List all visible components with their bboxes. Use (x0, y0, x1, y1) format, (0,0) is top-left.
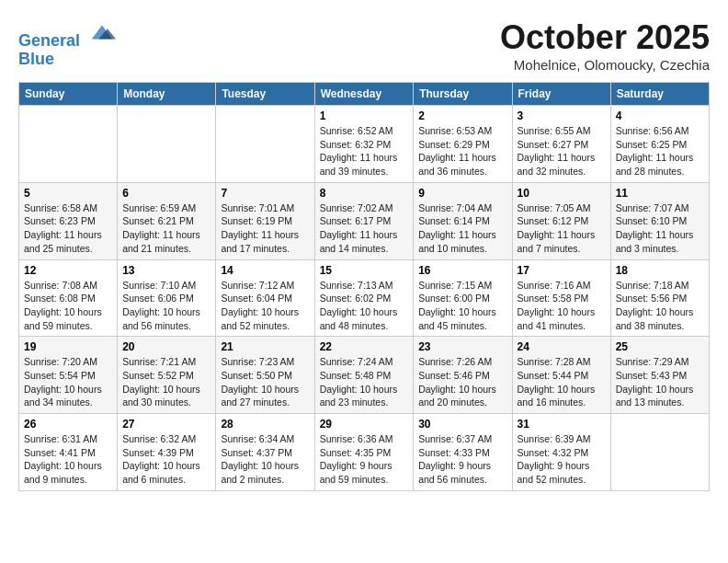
day-info: Sunrise: 6:59 AM Sunset: 6:21 PM Dayligh… (122, 201, 210, 256)
weekday-header-row: SundayMondayTuesdayWednesdayThursdayFrid… (19, 83, 710, 106)
calendar-cell: 4Sunrise: 6:56 AM Sunset: 6:25 PM Daylig… (610, 106, 709, 183)
calendar-cell (19, 106, 118, 183)
day-number: 20 (122, 340, 210, 353)
day-info: Sunrise: 7:13 AM Sunset: 6:02 PM Dayligh… (320, 279, 409, 333)
day-number: 14 (221, 264, 309, 277)
day-number: 27 (122, 418, 210, 431)
calendar-cell: 15Sunrise: 7:13 AM Sunset: 6:02 PM Dayli… (314, 259, 414, 337)
day-info: Sunrise: 7:04 AM Sunset: 6:14 PM Dayligh… (418, 201, 506, 256)
day-number: 2 (418, 109, 506, 122)
calendar-cell: 18Sunrise: 7:18 AM Sunset: 5:56 PM Dayli… (610, 259, 709, 337)
calendar-cell: 23Sunrise: 7:26 AM Sunset: 5:46 PM Dayli… (414, 337, 512, 414)
day-number: 10 (518, 187, 606, 200)
day-info: Sunrise: 6:55 AM Sunset: 6:27 PM Dayligh… (518, 124, 606, 178)
calendar-cell: 8Sunrise: 7:02 AM Sunset: 6:17 PM Daylig… (314, 182, 414, 259)
day-number: 5 (24, 187, 112, 200)
day-info: Sunrise: 6:36 AM Sunset: 4:35 PM Dayligh… (320, 432, 409, 487)
logo: General Blue (18, 18, 116, 69)
weekday-header-saturday: Saturday (610, 83, 709, 106)
day-number: 23 (418, 340, 506, 353)
day-number: 4 (616, 109, 704, 122)
day-info: Sunrise: 7:21 AM Sunset: 5:52 PM Dayligh… (122, 355, 210, 409)
day-number: 30 (418, 418, 506, 431)
day-info: Sunrise: 6:56 AM Sunset: 6:25 PM Dayligh… (616, 124, 704, 178)
day-number: 24 (518, 340, 606, 353)
day-info: Sunrise: 6:34 AM Sunset: 4:37 PM Dayligh… (221, 432, 309, 487)
day-number: 26 (24, 418, 112, 431)
calendar-cell: 9Sunrise: 7:04 AM Sunset: 6:14 PM Daylig… (414, 182, 512, 259)
day-info: Sunrise: 7:24 AM Sunset: 5:48 PM Dayligh… (320, 355, 409, 409)
weekday-header-friday: Friday (512, 83, 610, 106)
day-info: Sunrise: 6:37 AM Sunset: 4:33 PM Dayligh… (418, 432, 506, 487)
calendar-cell: 20Sunrise: 7:21 AM Sunset: 5:52 PM Dayli… (118, 337, 216, 414)
day-number: 16 (418, 264, 506, 277)
calendar-cell: 24Sunrise: 7:28 AM Sunset: 5:44 PM Dayli… (512, 337, 610, 414)
day-info: Sunrise: 6:52 AM Sunset: 6:32 PM Dayligh… (320, 124, 409, 178)
day-info: Sunrise: 6:58 AM Sunset: 6:23 PM Dayligh… (24, 201, 112, 256)
calendar-cell: 6Sunrise: 6:59 AM Sunset: 6:21 PM Daylig… (118, 182, 216, 259)
calendar-cell: 1Sunrise: 6:52 AM Sunset: 6:32 PM Daylig… (314, 106, 414, 183)
calendar-table: SundayMondayTuesdayWednesdayThursdayFrid… (18, 82, 710, 491)
day-info: Sunrise: 7:15 AM Sunset: 6:00 PM Dayligh… (418, 279, 506, 333)
day-number: 9 (418, 187, 506, 200)
week-row-3: 12Sunrise: 7:08 AM Sunset: 6:08 PM Dayli… (19, 259, 710, 337)
calendar-cell: 10Sunrise: 7:05 AM Sunset: 6:12 PM Dayli… (512, 182, 610, 259)
calendar-cell: 2Sunrise: 6:53 AM Sunset: 6:29 PM Daylig… (414, 106, 512, 183)
day-number: 3 (518, 109, 606, 122)
calendar-cell: 26Sunrise: 6:31 AM Sunset: 4:41 PM Dayli… (19, 414, 118, 491)
day-info: Sunrise: 7:07 AM Sunset: 6:10 PM Dayligh… (616, 201, 704, 256)
day-number: 15 (320, 264, 409, 277)
day-info: Sunrise: 6:53 AM Sunset: 6:29 PM Dayligh… (418, 124, 506, 178)
calendar-cell: 27Sunrise: 6:32 AM Sunset: 4:39 PM Dayli… (118, 414, 216, 491)
calendar-cell: 12Sunrise: 7:08 AM Sunset: 6:08 PM Dayli… (19, 259, 118, 337)
logo-icon (88, 18, 116, 46)
day-number: 12 (24, 264, 112, 277)
calendar-cell: 25Sunrise: 7:29 AM Sunset: 5:43 PM Dayli… (610, 337, 709, 414)
logo-blue: Blue (18, 50, 54, 68)
calendar-cell: 31Sunrise: 6:39 AM Sunset: 4:32 PM Dayli… (512, 414, 610, 491)
calendar-cell (216, 106, 314, 183)
day-info: Sunrise: 7:16 AM Sunset: 5:58 PM Dayligh… (518, 279, 606, 333)
day-info: Sunrise: 7:02 AM Sunset: 6:17 PM Dayligh… (320, 201, 409, 256)
day-number: 31 (518, 418, 606, 431)
day-info: Sunrise: 6:31 AM Sunset: 4:41 PM Dayligh… (24, 432, 112, 487)
calendar-cell: 17Sunrise: 7:16 AM Sunset: 5:58 PM Dayli… (512, 259, 610, 337)
day-info: Sunrise: 7:01 AM Sunset: 6:19 PM Dayligh… (221, 201, 309, 256)
day-info: Sunrise: 7:20 AM Sunset: 5:54 PM Dayligh… (24, 355, 112, 409)
calendar-cell: 14Sunrise: 7:12 AM Sunset: 6:04 PM Dayli… (216, 259, 314, 337)
day-info: Sunrise: 6:39 AM Sunset: 4:32 PM Dayligh… (518, 432, 606, 487)
day-number: 25 (616, 340, 704, 353)
day-info: Sunrise: 7:18 AM Sunset: 5:56 PM Dayligh… (616, 279, 704, 333)
month-title: October 2025 (500, 18, 710, 57)
day-number: 21 (221, 340, 309, 353)
day-info: Sunrise: 7:26 AM Sunset: 5:46 PM Dayligh… (418, 355, 506, 409)
weekday-header-sunday: Sunday (19, 83, 118, 106)
day-info: Sunrise: 7:28 AM Sunset: 5:44 PM Dayligh… (518, 355, 606, 409)
calendar-cell: 13Sunrise: 7:10 AM Sunset: 6:06 PM Dayli… (118, 259, 216, 337)
calendar-cell: 29Sunrise: 6:36 AM Sunset: 4:35 PM Dayli… (314, 414, 414, 491)
day-number: 28 (221, 418, 309, 431)
calendar-cell: 11Sunrise: 7:07 AM Sunset: 6:10 PM Dayli… (610, 182, 709, 259)
day-number: 13 (122, 264, 210, 277)
day-number: 8 (320, 187, 409, 200)
day-number: 11 (616, 187, 704, 200)
calendar-cell: 22Sunrise: 7:24 AM Sunset: 5:48 PM Dayli… (314, 337, 414, 414)
weekday-header-monday: Monday (118, 83, 216, 106)
calendar-cell: 30Sunrise: 6:37 AM Sunset: 4:33 PM Dayli… (414, 414, 512, 491)
calendar-cell: 16Sunrise: 7:15 AM Sunset: 6:00 PM Dayli… (414, 259, 512, 337)
week-row-2: 5Sunrise: 6:58 AM Sunset: 6:23 PM Daylig… (19, 182, 710, 259)
day-info: Sunrise: 6:32 AM Sunset: 4:39 PM Dayligh… (122, 432, 210, 487)
weekday-header-thursday: Thursday (414, 83, 512, 106)
page-header: General Blue October 2025 Mohelnice, Olo… (18, 18, 710, 73)
calendar-cell: 19Sunrise: 7:20 AM Sunset: 5:54 PM Dayli… (19, 337, 118, 414)
day-info: Sunrise: 7:12 AM Sunset: 6:04 PM Dayligh… (221, 279, 309, 333)
day-number: 7 (221, 187, 309, 200)
week-row-4: 19Sunrise: 7:20 AM Sunset: 5:54 PM Dayli… (19, 337, 710, 414)
day-info: Sunrise: 7:05 AM Sunset: 6:12 PM Dayligh… (518, 201, 606, 256)
calendar-cell (118, 106, 216, 183)
logo-general: General (18, 31, 80, 50)
day-info: Sunrise: 7:29 AM Sunset: 5:43 PM Dayligh… (616, 355, 704, 409)
day-info: Sunrise: 7:23 AM Sunset: 5:50 PM Dayligh… (221, 355, 309, 409)
day-number: 1 (320, 109, 409, 122)
calendar-cell: 7Sunrise: 7:01 AM Sunset: 6:19 PM Daylig… (216, 182, 314, 259)
